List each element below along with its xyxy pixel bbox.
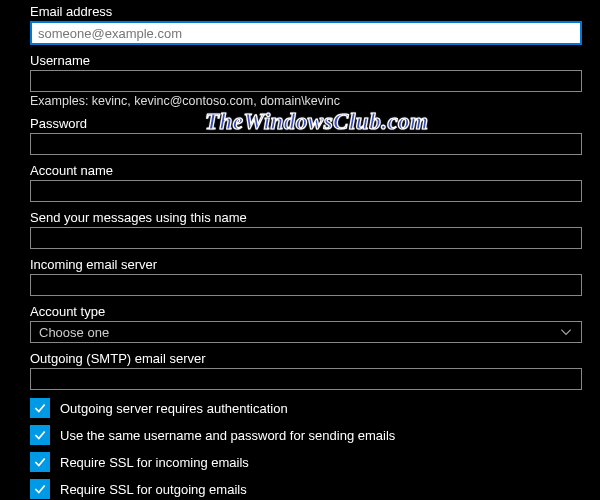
checkbox-ssl-out-label: Require SSL for outgoing emails xyxy=(60,482,247,497)
account-type-selected: Choose one xyxy=(39,325,109,340)
incoming-server-input[interactable] xyxy=(30,274,582,296)
incoming-server-label: Incoming email server xyxy=(30,257,582,272)
account-name-label: Account name xyxy=(30,163,582,178)
account-type-label: Account type xyxy=(30,304,582,319)
chevron-down-icon xyxy=(559,325,573,339)
account-type-select[interactable]: Choose one xyxy=(30,321,582,343)
checkbox-same-creds-label: Use the same username and password for s… xyxy=(60,428,395,443)
email-input[interactable] xyxy=(30,21,582,45)
display-name-input[interactable] xyxy=(30,227,582,249)
username-hint: Examples: kevinc, kevinc@contoso.com, do… xyxy=(30,94,582,108)
username-label: Username xyxy=(30,53,582,68)
outgoing-server-input[interactable] xyxy=(30,368,582,390)
username-input[interactable] xyxy=(30,70,582,92)
checkbox-ssl-in[interactable] xyxy=(30,452,50,472)
check-icon xyxy=(33,482,47,496)
password-input[interactable] xyxy=(30,133,582,155)
checkbox-row-ssl-in: Require SSL for incoming emails xyxy=(30,452,582,472)
check-icon xyxy=(33,455,47,469)
checkbox-ssl-out[interactable] xyxy=(30,479,50,499)
account-type-field-group: Account type Choose one xyxy=(30,304,582,343)
checkbox-row-same-creds: Use the same username and password for s… xyxy=(30,425,582,445)
display-name-field-group: Send your messages using this name xyxy=(30,210,582,249)
check-icon xyxy=(33,401,47,415)
username-field-group: Username Examples: kevinc, kevinc@contos… xyxy=(30,53,582,108)
check-icon xyxy=(33,428,47,442)
incoming-server-field-group: Incoming email server xyxy=(30,257,582,296)
display-name-label: Send your messages using this name xyxy=(30,210,582,225)
password-label: Password xyxy=(30,116,582,131)
checkbox-row-auth: Outgoing server requires authentication xyxy=(30,398,582,418)
checkbox-auth-label: Outgoing server requires authentication xyxy=(60,401,288,416)
checkbox-ssl-in-label: Require SSL for incoming emails xyxy=(60,455,249,470)
account-name-input[interactable] xyxy=(30,180,582,202)
password-field-group: Password xyxy=(30,116,582,155)
checkbox-auth[interactable] xyxy=(30,398,50,418)
checkbox-row-ssl-out: Require SSL for outgoing emails xyxy=(30,479,582,499)
outgoing-server-label: Outgoing (SMTP) email server xyxy=(30,351,582,366)
checkbox-same-creds[interactable] xyxy=(30,425,50,445)
email-label: Email address xyxy=(30,4,582,19)
account-name-field-group: Account name xyxy=(30,163,582,202)
email-field-group: Email address xyxy=(30,4,582,45)
outgoing-server-field-group: Outgoing (SMTP) email server xyxy=(30,351,582,390)
